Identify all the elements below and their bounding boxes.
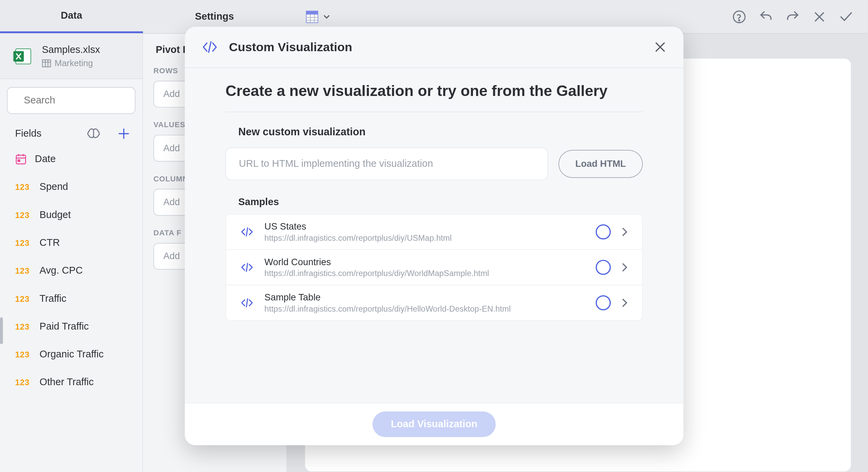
custom-visualization-modal: Custom Visualization Create a new visual… [185, 27, 684, 445]
sample-item[interactable]: World Countrieshttps://dl.infragistics.c… [226, 249, 642, 285]
new-custom-viz-label: New custom visualization [238, 126, 630, 138]
code-icon [201, 38, 218, 56]
code-icon [240, 296, 254, 310]
sample-url: https://dl.infragistics.com/reportplus/d… [264, 233, 585, 242]
sample-item[interactable]: US Stateshttps://dl.infragistics.com/rep… [226, 214, 642, 249]
chevron-right-icon [621, 298, 628, 308]
sample-name: World Countries [264, 257, 585, 268]
chevron-right-icon [621, 262, 628, 273]
samples-label: Samples [238, 196, 630, 208]
modal-overlay: Custom Visualization Create a new visual… [0, 0, 868, 472]
sample-name: US States [264, 221, 585, 232]
sample-url: https://dl.infragistics.com/reportplus/d… [264, 269, 585, 278]
sample-name: Sample Table [264, 292, 585, 303]
sample-radio[interactable] [596, 224, 611, 240]
chevron-right-icon [621, 227, 628, 237]
sample-radio[interactable] [596, 295, 611, 311]
visualization-url-input[interactable] [225, 148, 548, 180]
modal-title: Custom Visualization [229, 40, 643, 54]
code-icon [240, 260, 254, 274]
code-icon [240, 225, 254, 239]
modal-close-button[interactable] [653, 40, 667, 54]
sample-item[interactable]: Sample Tablehttps://dl.infragistics.com/… [226, 285, 642, 320]
load-html-button[interactable]: Load HTML [558, 150, 643, 178]
modal-heading: Create a new visualization or try one fr… [225, 82, 643, 112]
samples-list: US Stateshttps://dl.infragistics.com/rep… [225, 214, 643, 321]
sample-url: https://dl.infragistics.com/reportplus/d… [264, 304, 585, 313]
load-visualization-button[interactable]: Load Visualization [372, 412, 496, 437]
sample-radio[interactable] [596, 260, 611, 275]
